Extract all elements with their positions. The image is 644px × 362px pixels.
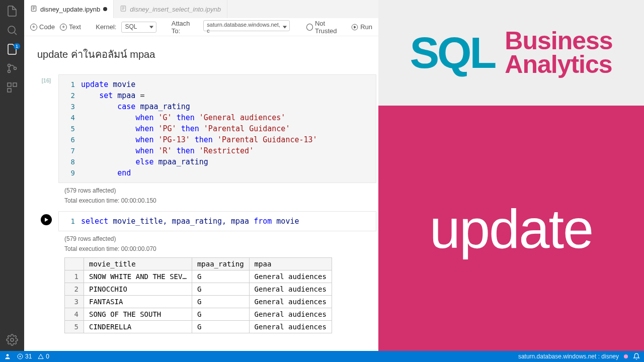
status-bar: 31 0 saturn.database.windows.net : disne… — [0, 351, 644, 362]
notebook-icon — [120, 5, 127, 14]
cell-output: (579 rows affected) Total execution time… — [34, 183, 376, 204]
attach-select[interactable]: saturn.database.windows.net, c — [203, 20, 290, 31]
status-dot-icon — [624, 354, 628, 358]
svg-point-1 — [8, 64, 11, 67]
column-header[interactable]: movie_title — [84, 258, 192, 270]
column-header[interactable]: mpaa_rating — [192, 258, 249, 270]
result-table: movie_titlempaa_ratingmpaa 1SNOW WHITE A… — [64, 257, 332, 333]
editor-area: disney_update.ipynbdisney_insert_select_… — [24, 0, 378, 351]
status-errors[interactable]: 31 — [17, 353, 32, 360]
cell-output: (579 rows affected) Total execution time… — [34, 231, 376, 252]
kernel-label: Kernel: — [96, 23, 116, 31]
exec-time: Total execution time: 00:00:00.070 — [64, 245, 376, 252]
table-row[interactable]: 4SONG OF THE SOUTHGGeneral audiences — [65, 308, 332, 321]
extensions-icon[interactable] — [5, 80, 19, 95]
code-cell-1: [16] 1update movie2 set mpaa =3 case mpa… — [34, 74, 376, 204]
run-button[interactable]: Run — [351, 23, 372, 31]
badge: 1 — [14, 43, 20, 49]
activity-bar: 1 — [0, 0, 24, 351]
svg-point-7 — [11, 338, 14, 341]
logo-text: BusinessAnalytics — [505, 29, 612, 77]
svg-rect-4 — [8, 83, 11, 86]
search-icon[interactable] — [5, 23, 19, 37]
video-overlay: SQL BusinessAnalytics update — [378, 0, 644, 351]
trust-button[interactable]: Not Trusted — [306, 20, 346, 35]
rows-affected: (579 rows affected) — [64, 235, 376, 242]
status-warnings[interactable]: 0 — [38, 353, 49, 360]
status-bell-icon[interactable] — [633, 353, 640, 360]
status-account-icon[interactable] — [4, 353, 11, 360]
svg-rect-6 — [8, 88, 11, 92]
attach-label: Attach To: — [172, 20, 199, 35]
table-row[interactable]: 1SNOW WHITE AND THE SEV…GGeneral audienc… — [65, 270, 332, 283]
settings-icon[interactable] — [5, 333, 19, 347]
git-icon[interactable] — [5, 61, 19, 75]
svg-point-0 — [8, 26, 15, 33]
logo-sql: SQL — [410, 33, 495, 72]
notebook-toolbar: +Code +Text Kernel: SQL Attach To: satur… — [24, 18, 378, 36]
table-row[interactable]: 2PINOCCHIOGGeneral audiences — [65, 283, 332, 296]
dirty-indicator — [103, 7, 107, 11]
rows-affected: (579 rows affected) — [64, 187, 376, 194]
markdown-heading: update ค่าในคอลัมน์ mpaa — [37, 46, 376, 62]
table-row[interactable]: 5CINDERELLAGGeneral audiences — [65, 321, 332, 333]
code-editor[interactable]: 1select movie_title, mpaa_rating, mpaa f… — [58, 211, 376, 231]
exec-count: [16] — [42, 77, 51, 83]
svg-rect-8 — [31, 6, 36, 11]
code-editor[interactable]: 1update movie2 set mpaa =3 case mpaa_rat… — [58, 74, 376, 183]
add-text-button[interactable]: +Text — [60, 23, 81, 31]
kernel-select[interactable]: SQL — [121, 22, 156, 33]
source-control-icon[interactable]: 1 — [5, 42, 19, 56]
tab[interactable]: disney_insert_select_into.ipynb — [114, 0, 227, 18]
status-connection[interactable]: saturn.database.windows.net : disney — [518, 353, 619, 360]
code-cell-2: 1select movie_title, mpaa_rating, mpaa f… — [34, 211, 376, 333]
title-text: update — [430, 197, 593, 260]
add-code-button[interactable]: +Code — [30, 23, 55, 31]
explorer-icon[interactable] — [5, 4, 19, 18]
svg-point-3 — [14, 67, 17, 70]
notebook-icon — [30, 5, 37, 14]
tab[interactable]: disney_update.ipynb — [24, 0, 114, 18]
run-cell-button[interactable] — [41, 214, 52, 225]
svg-rect-5 — [13, 83, 17, 86]
notebook-content: update ค่าในคอลัมน์ mpaa [16] 1update mo… — [24, 36, 378, 351]
row-header — [65, 258, 84, 270]
svg-point-11 — [7, 354, 9, 356]
svg-point-2 — [8, 70, 11, 73]
svg-rect-9 — [121, 6, 126, 11]
refresh-icon — [306, 24, 313, 31]
tab-bar: disney_update.ipynbdisney_insert_select_… — [24, 0, 378, 18]
column-header[interactable]: mpaa — [249, 258, 332, 270]
exec-time: Total execution time: 00:00:00.150 — [64, 197, 376, 204]
table-row[interactable]: 3FANTASIAGGeneral audiences — [65, 296, 332, 308]
